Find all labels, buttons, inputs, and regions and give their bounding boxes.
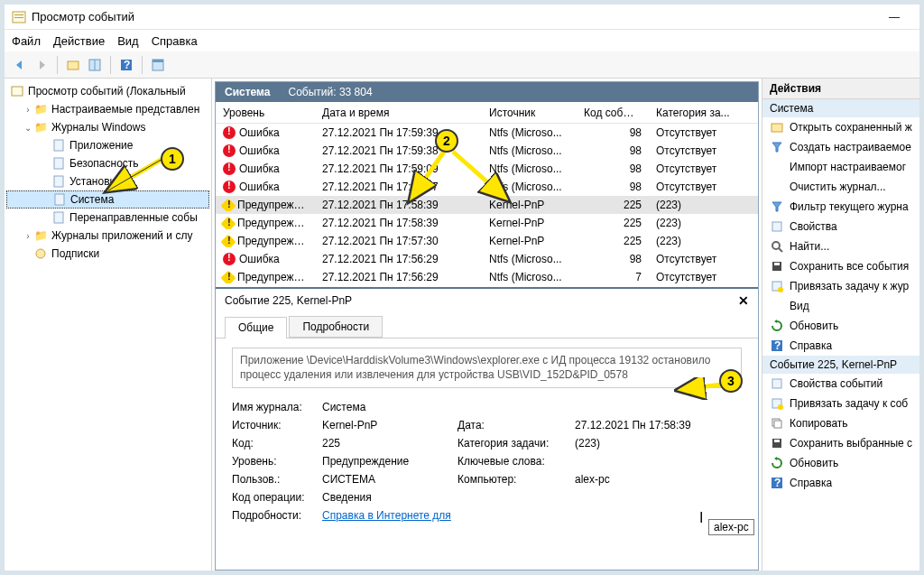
- close-icon[interactable]: ✕: [738, 293, 749, 308]
- action-icon: [770, 219, 784, 234]
- action-icon: ?: [770, 476, 784, 490]
- action-item[interactable]: ?Справка: [762, 473, 919, 493]
- menu-help[interactable]: Справка: [152, 34, 198, 48]
- action-icon: [770, 140, 784, 154]
- help-button[interactable]: ?: [116, 55, 136, 75]
- online-help-link[interactable]: Справка в Интернете для: [322, 509, 451, 522]
- warning-icon: [221, 217, 236, 229]
- log-icon: [52, 192, 67, 207]
- action-item[interactable]: Найти...: [762, 236, 919, 256]
- detail-panel: Событие 225, Kernel-PnP ✕ Общие Подробно…: [216, 287, 758, 570]
- tree-custom-views[interactable]: ›📁Настраиваемые представлен: [6, 100, 209, 118]
- folder-button[interactable]: [63, 55, 83, 75]
- tab-general[interactable]: Общие: [225, 317, 287, 339]
- action-icon: [770, 319, 784, 333]
- col-source[interactable]: Источник: [482, 107, 577, 119]
- action-item[interactable]: Обновить: [762, 316, 919, 336]
- action-item[interactable]: Привязать задачу к соб: [762, 394, 919, 413]
- table-row[interactable]: Предупреждение27.12.2021 Пн 17:58:39Kern…: [216, 214, 758, 232]
- main-header-title: Система: [225, 86, 271, 98]
- action-item[interactable]: Вид: [762, 296, 919, 316]
- columns-button[interactable]: [85, 55, 105, 75]
- action-item[interactable]: Очистить журнал...: [762, 177, 919, 197]
- tab-details[interactable]: Подробности: [289, 316, 383, 338]
- table-row[interactable]: Предупреждение27.12.2021 Пн 17:56:29Ntfs…: [216, 268, 758, 286]
- action-item[interactable]: Сохранить выбранные с: [762, 433, 919, 453]
- text-cursor-icon: I: [699, 510, 703, 526]
- action-item[interactable]: Сохранить все события: [762, 256, 919, 276]
- titlebar: Просмотр событий —: [5, 5, 919, 30]
- action-item[interactable]: Создать настраиваемое: [762, 137, 919, 157]
- table-row[interactable]: Предупреждение27.12.2021 Пн 17:57:30Kern…: [216, 232, 758, 250]
- col-id[interactable]: Код события: [577, 107, 649, 119]
- error-icon: [223, 126, 236, 139]
- action-item[interactable]: Импорт настраиваемог: [762, 157, 919, 177]
- svg-point-16: [36, 249, 45, 258]
- tree-windows-logs[interactable]: ⌄📁Журналы Windows: [6, 118, 209, 136]
- actions-group-event: Событие 225, Kernel-PnP: [762, 356, 919, 374]
- minimize-button[interactable]: —: [876, 11, 912, 23]
- tree-forwarded[interactable]: Перенаправленные собы: [6, 209, 209, 227]
- svg-rect-1: [14, 14, 23, 15]
- tree-root[interactable]: Просмотр событий (Локальный: [6, 82, 209, 100]
- col-category[interactable]: Категория за...: [649, 107, 739, 119]
- action-icon: [770, 160, 784, 174]
- eventviewer-icon: [10, 84, 24, 98]
- tree-app-services[interactable]: ›📁Журналы приложений и слу: [6, 227, 209, 245]
- action-item[interactable]: Фильтр текущего журна: [762, 197, 919, 217]
- svg-rect-27: [772, 379, 781, 388]
- action-icon: [770, 376, 784, 391]
- tree-subscriptions[interactable]: Подписки: [6, 245, 209, 263]
- eventviewer-icon: [12, 10, 26, 24]
- log-icon: [51, 156, 66, 171]
- action-item[interactable]: Открыть сохраненный ж: [762, 117, 919, 137]
- action-icon: [770, 259, 784, 274]
- actions-group-system: Система: [762, 99, 919, 117]
- svg-rect-13: [54, 176, 63, 187]
- table-row[interactable]: Ошибка27.12.2021 Пн 17:59:39Ntfs (Micros…: [216, 124, 758, 142]
- action-icon: [770, 279, 784, 293]
- action-item[interactable]: Копировать: [762, 413, 919, 433]
- event-properties: Имя журнала:Система Источник:Kernel-PnPД…: [232, 401, 742, 522]
- svg-rect-15: [54, 212, 63, 223]
- menu-view[interactable]: Вид: [117, 34, 139, 48]
- menu-file[interactable]: Файл: [12, 34, 41, 48]
- menu-action[interactable]: Действие: [53, 34, 105, 48]
- event-message: Приложение \Device\HarddiskVolume3\Windo…: [232, 348, 742, 388]
- action-item[interactable]: ?Справка: [762, 336, 919, 356]
- marker-2: 2: [435, 129, 458, 153]
- tooltip: alex-pc: [708, 519, 754, 535]
- table-row[interactable]: Ошибка27.12.2021 Пн 17:56:29Ntfs (Micros…: [216, 250, 758, 268]
- action-item[interactable]: Свойства событий: [762, 374, 919, 394]
- toolbar: ?: [5, 51, 919, 79]
- action-item[interactable]: Обновить: [762, 453, 919, 473]
- warning-icon: [221, 235, 236, 247]
- actions-panel: Действия Система Открыть сохраненный жСо…: [762, 79, 919, 570]
- action-icon: [770, 416, 784, 431]
- action-item[interactable]: Свойства: [762, 217, 919, 236]
- marker-3: 3: [719, 369, 743, 393]
- svg-text:?: ?: [124, 59, 130, 71]
- props-button[interactable]: [148, 55, 168, 75]
- arrow-2: [403, 147, 521, 210]
- svg-rect-2: [14, 17, 23, 18]
- back-button[interactable]: [10, 55, 30, 75]
- col-date[interactable]: Дата и время: [315, 107, 482, 119]
- grid-header: Уровень Дата и время Источник Код событи…: [216, 102, 758, 124]
- col-level[interactable]: Уровень: [216, 107, 315, 119]
- log-icon: [51, 174, 66, 189]
- error-icon: [223, 253, 236, 265]
- log-icon: [51, 138, 66, 153]
- svg-rect-31: [774, 421, 781, 428]
- action-icon: [770, 396, 784, 411]
- main-header: Система Событий: 33 804: [216, 82, 758, 102]
- action-item[interactable]: Привязать задачу к жур: [762, 276, 919, 296]
- forward-button[interactable]: [32, 55, 51, 75]
- action-icon: [770, 239, 784, 254]
- svg-point-19: [772, 242, 780, 249]
- svg-rect-17: [772, 124, 782, 132]
- svg-rect-9: [152, 60, 163, 62]
- action-icon: [770, 180, 784, 194]
- error-icon: [223, 162, 236, 175]
- svg-rect-10: [12, 87, 23, 96]
